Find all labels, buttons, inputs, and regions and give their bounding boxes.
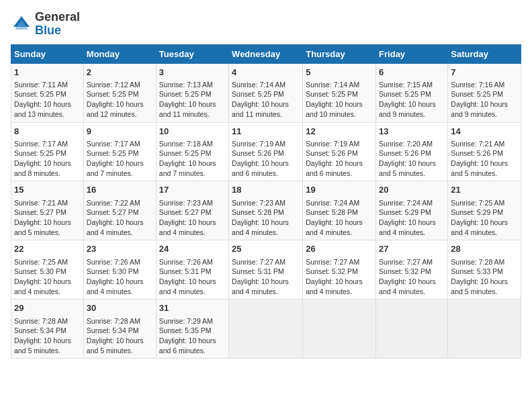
day-number: 28 — [451, 243, 518, 255]
day-info: Sunrise: 7:23 AMSunset: 5:27 PMDaylight:… — [159, 198, 226, 238]
day-of-week-header: Monday — [83, 44, 156, 63]
day-info: Sunrise: 7:12 AMSunset: 5:25 PMDaylight:… — [87, 80, 153, 120]
day-info: Sunrise: 7:28 AMSunset: 5:33 PMDaylight:… — [451, 257, 518, 297]
day-number: 19 — [306, 184, 373, 196]
calendar-cell: 20Sunrise: 7:24 AMSunset: 5:29 PMDayligh… — [376, 181, 448, 240]
day-number: 17 — [159, 184, 226, 196]
logo-blue-text: Blue — [35, 24, 80, 38]
calendar-cell: 29Sunrise: 7:28 AMSunset: 5:34 PMDayligh… — [11, 300, 84, 359]
day-of-week-header: Thursday — [303, 44, 376, 63]
calendar-week-row: 8Sunrise: 7:17 AMSunset: 5:25 PMDaylight… — [11, 122, 521, 181]
day-info: Sunrise: 7:27 AMSunset: 5:32 PMDaylight:… — [306, 257, 373, 297]
calendar-header-row: SundayMondayTuesdayWednesdayThursdayFrid… — [11, 44, 521, 63]
day-number: 29 — [14, 302, 81, 314]
day-info: Sunrise: 7:29 AMSunset: 5:35 PMDaylight:… — [159, 316, 226, 356]
calendar-cell: 30Sunrise: 7:28 AMSunset: 5:34 PMDayligh… — [83, 300, 156, 359]
day-info: Sunrise: 7:28 AMSunset: 5:34 PMDaylight:… — [14, 316, 81, 356]
calendar-week-row: 15Sunrise: 7:21 AMSunset: 5:27 PMDayligh… — [11, 181, 521, 240]
day-info: Sunrise: 7:27 AMSunset: 5:31 PMDaylight:… — [232, 257, 300, 297]
day-info: Sunrise: 7:26 AMSunset: 5:30 PMDaylight:… — [87, 257, 153, 297]
day-number: 31 — [159, 302, 226, 314]
page-header: General Blue — [11, 11, 521, 38]
day-info: Sunrise: 7:28 AMSunset: 5:34 PMDaylight:… — [87, 316, 153, 356]
day-info: Sunrise: 7:21 AMSunset: 5:27 PMDaylight:… — [14, 198, 81, 238]
day-number: 14 — [451, 126, 518, 138]
calendar-cell: 1Sunrise: 7:11 AMSunset: 5:25 PMDaylight… — [11, 63, 84, 122]
calendar-cell: 3Sunrise: 7:13 AMSunset: 5:25 PMDaylight… — [156, 63, 228, 122]
logo: General Blue — [11, 11, 80, 38]
day-info: Sunrise: 7:25 AMSunset: 5:29 PMDaylight:… — [451, 198, 518, 238]
calendar-cell: 24Sunrise: 7:26 AMSunset: 5:31 PMDayligh… — [156, 240, 228, 300]
calendar-cell: 5Sunrise: 7:14 AMSunset: 5:25 PMDaylight… — [303, 63, 376, 122]
day-number: 8 — [14, 126, 81, 138]
calendar-cell: 12Sunrise: 7:19 AMSunset: 5:26 PMDayligh… — [303, 122, 376, 181]
day-info: Sunrise: 7:26 AMSunset: 5:31 PMDaylight:… — [159, 257, 226, 297]
calendar-cell: 10Sunrise: 7:18 AMSunset: 5:25 PMDayligh… — [156, 122, 228, 181]
calendar-cell: 21Sunrise: 7:25 AMSunset: 5:29 PMDayligh… — [448, 181, 521, 240]
day-info: Sunrise: 7:17 AMSunset: 5:25 PMDaylight:… — [87, 139, 153, 179]
calendar-cell: 8Sunrise: 7:17 AMSunset: 5:25 PMDaylight… — [11, 122, 84, 181]
day-info: Sunrise: 7:15 AMSunset: 5:25 PMDaylight:… — [379, 80, 445, 120]
day-info: Sunrise: 7:23 AMSunset: 5:28 PMDaylight:… — [232, 198, 300, 238]
day-number: 7 — [451, 66, 518, 79]
day-info: Sunrise: 7:24 AMSunset: 5:29 PMDaylight:… — [379, 198, 445, 238]
day-info: Sunrise: 7:21 AMSunset: 5:26 PMDaylight:… — [451, 139, 518, 179]
calendar-cell: 14Sunrise: 7:21 AMSunset: 5:26 PMDayligh… — [448, 122, 521, 181]
day-number: 2 — [87, 66, 153, 79]
calendar-cell: 2Sunrise: 7:12 AMSunset: 5:25 PMDaylight… — [83, 63, 156, 122]
day-number: 5 — [306, 66, 373, 79]
day-of-week-header: Sunday — [11, 44, 84, 63]
day-info: Sunrise: 7:20 AMSunset: 5:26 PMDaylight:… — [379, 139, 445, 179]
day-number: 22 — [14, 243, 81, 255]
calendar-cell: 15Sunrise: 7:21 AMSunset: 5:27 PMDayligh… — [11, 181, 84, 240]
calendar-cell: 26Sunrise: 7:27 AMSunset: 5:32 PMDayligh… — [303, 240, 376, 300]
calendar-cell — [229, 300, 303, 359]
calendar-cell: 16Sunrise: 7:22 AMSunset: 5:27 PMDayligh… — [83, 181, 156, 240]
calendar-cell — [303, 300, 376, 359]
calendar-week-row: 29Sunrise: 7:28 AMSunset: 5:34 PMDayligh… — [11, 300, 521, 359]
calendar-cell: 7Sunrise: 7:16 AMSunset: 5:25 PMDaylight… — [448, 63, 521, 122]
calendar-cell: 6Sunrise: 7:15 AMSunset: 5:25 PMDaylight… — [376, 63, 448, 122]
day-number: 24 — [159, 243, 226, 255]
calendar-cell: 25Sunrise: 7:27 AMSunset: 5:31 PMDayligh… — [229, 240, 303, 300]
calendar-cell: 4Sunrise: 7:14 AMSunset: 5:25 PMDaylight… — [229, 63, 303, 122]
day-number: 16 — [87, 184, 153, 196]
day-info: Sunrise: 7:17 AMSunset: 5:25 PMDaylight:… — [14, 139, 81, 179]
day-info: Sunrise: 7:27 AMSunset: 5:32 PMDaylight:… — [379, 257, 445, 297]
calendar-table: SundayMondayTuesdayWednesdayThursdayFrid… — [11, 44, 521, 359]
day-number: 1 — [14, 66, 81, 79]
calendar-week-row: 1Sunrise: 7:11 AMSunset: 5:25 PMDaylight… — [11, 63, 521, 122]
day-info: Sunrise: 7:13 AMSunset: 5:25 PMDaylight:… — [159, 80, 226, 120]
day-number: 13 — [379, 126, 445, 138]
day-info: Sunrise: 7:14 AMSunset: 5:25 PMDaylight:… — [232, 80, 300, 120]
day-number: 21 — [451, 184, 518, 196]
day-of-week-header: Tuesday — [156, 44, 228, 63]
calendar-cell: 13Sunrise: 7:20 AMSunset: 5:26 PMDayligh… — [376, 122, 448, 181]
calendar-cell: 9Sunrise: 7:17 AMSunset: 5:25 PMDaylight… — [83, 122, 156, 181]
day-of-week-header: Wednesday — [229, 44, 303, 63]
calendar-cell: 27Sunrise: 7:27 AMSunset: 5:32 PMDayligh… — [376, 240, 448, 300]
logo-general-text: General — [35, 11, 80, 24]
day-number: 23 — [87, 243, 153, 255]
day-number: 15 — [14, 184, 81, 196]
day-number: 27 — [379, 243, 445, 255]
calendar-cell: 19Sunrise: 7:24 AMSunset: 5:28 PMDayligh… — [303, 181, 376, 240]
day-number: 4 — [232, 66, 300, 79]
day-number: 11 — [232, 126, 300, 138]
day-info: Sunrise: 7:11 AMSunset: 5:25 PMDaylight:… — [14, 80, 81, 120]
calendar-cell: 17Sunrise: 7:23 AMSunset: 5:27 PMDayligh… — [156, 181, 228, 240]
day-number: 18 — [232, 184, 300, 196]
calendar-cell: 22Sunrise: 7:25 AMSunset: 5:30 PMDayligh… — [11, 240, 84, 300]
calendar-cell: 28Sunrise: 7:28 AMSunset: 5:33 PMDayligh… — [448, 240, 521, 300]
calendar-cell: 31Sunrise: 7:29 AMSunset: 5:35 PMDayligh… — [156, 300, 228, 359]
day-info: Sunrise: 7:16 AMSunset: 5:25 PMDaylight:… — [451, 80, 518, 120]
day-number: 10 — [159, 126, 226, 138]
calendar-week-row: 22Sunrise: 7:25 AMSunset: 5:30 PMDayligh… — [11, 240, 521, 300]
day-of-week-header: Friday — [376, 44, 448, 63]
calendar-cell: 23Sunrise: 7:26 AMSunset: 5:30 PMDayligh… — [83, 240, 156, 300]
day-number: 3 — [159, 66, 226, 79]
day-info: Sunrise: 7:22 AMSunset: 5:27 PMDaylight:… — [87, 198, 153, 238]
day-number: 6 — [379, 66, 445, 79]
day-number: 12 — [306, 126, 373, 138]
logo-icon — [11, 13, 32, 35]
